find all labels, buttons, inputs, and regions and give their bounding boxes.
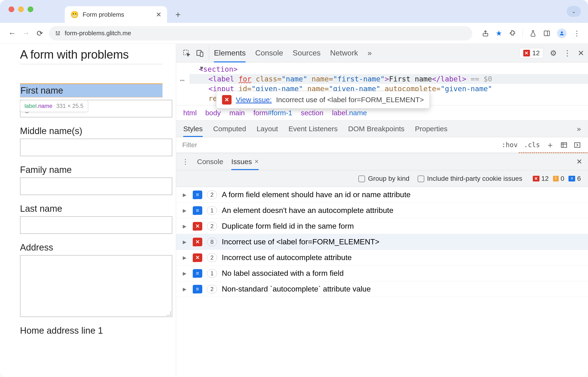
crumb-section[interactable]: section: [301, 109, 323, 117]
issue-row[interactable]: ▶≡1No label associated with a form field: [176, 266, 588, 281]
issue-row[interactable]: ▶≡1An element doesn't have an autocomple…: [176, 203, 588, 218]
extensions-icon[interactable]: [509, 30, 516, 37]
severity-icon: ≡: [193, 190, 202, 199]
cls-toggle[interactable]: .cls: [524, 141, 540, 149]
subtab-properties[interactable]: Properties: [415, 125, 448, 133]
devtools-close-icon[interactable]: ✕: [578, 48, 584, 58]
svg-point-7: [561, 31, 563, 33]
textarea-address[interactable]: [20, 255, 172, 317]
tab-title: Form problems: [83, 11, 152, 18]
browser-menu-icon[interactable]: ⋮: [573, 29, 580, 37]
site-info-icon[interactable]: [55, 30, 61, 36]
issue-row[interactable]: ▶✕8Incorrect use of <label for=FORM_ELEM…: [176, 234, 588, 250]
subtab-dom-breakpoints[interactable]: DOM Breakpoints: [348, 125, 405, 133]
error-icon: ✕: [523, 50, 530, 57]
tab-overflow-button[interactable]: ⌄: [566, 6, 581, 17]
expand-icon[interactable]: ▶: [183, 271, 188, 276]
expand-icon[interactable]: ▶: [183, 208, 188, 213]
subtab-styles[interactable]: Styles: [183, 125, 203, 133]
expand-icon[interactable]: ▶: [183, 192, 188, 198]
crumb-main[interactable]: main: [229, 109, 245, 117]
device-toggle-icon[interactable]: [193, 47, 206, 60]
devtools-tab-console[interactable]: Console: [255, 44, 283, 62]
expand-icon[interactable]: ▶: [183, 239, 188, 245]
issue-count: 8: [207, 238, 217, 246]
subtab-computed[interactable]: Computed: [213, 125, 246, 133]
issue-title: Non-standard `autocomplete` attribute va…: [222, 285, 371, 294]
issue-title: No label associated with a form field: [222, 269, 344, 278]
subtab-event-listeners[interactable]: Event Listeners: [288, 125, 338, 133]
forward-button[interactable]: →: [22, 29, 31, 38]
drawer-close-icon[interactable]: ✕: [576, 157, 582, 166]
devtools-tabs-overflow[interactable]: »: [368, 44, 372, 62]
computed-box-icon[interactable]: [560, 141, 567, 149]
input-middle-name[interactable]: [20, 139, 172, 156]
subtab-layout[interactable]: Layout: [257, 125, 278, 133]
error-count-badge[interactable]: ✕ 12: [520, 48, 543, 58]
drawer-menu-icon[interactable]: ⋮: [182, 157, 189, 166]
drawer-tab-close-icon[interactable]: ✕: [254, 159, 259, 165]
crumb-body[interactable]: body: [205, 109, 221, 117]
devtools-settings-icon[interactable]: ⚙: [550, 48, 557, 58]
issue-title: A form field element should have an id o…: [222, 190, 410, 199]
issue-count: 2: [207, 190, 217, 199]
inherited-divider: [519, 153, 588, 153]
severity-icon: ✕: [193, 253, 202, 262]
devtools-menu-icon[interactable]: ⋮: [564, 48, 571, 58]
maximize-window-button[interactable]: [28, 6, 33, 12]
expand-icon[interactable]: ▶: [183, 286, 188, 292]
issue-row[interactable]: ▶✕2Incorrect use of autocomplete attribu…: [176, 250, 588, 266]
bookmark-star-icon[interactable]: ★: [496, 29, 502, 37]
labs-icon[interactable]: [530, 30, 537, 37]
stat-warning-icon: !: [553, 176, 559, 181]
devtools-tab-elements[interactable]: Elements: [214, 44, 246, 62]
svg-point-1: [58, 31, 59, 32]
issue-row[interactable]: ▶≡2Non-standard `autocomplete` attribute…: [176, 281, 588, 297]
inspect-element-icon[interactable]: [180, 47, 193, 60]
issue-row[interactable]: ▶≡2A form field element should have an i…: [176, 187, 588, 203]
label-family-name: Family name: [20, 165, 162, 175]
profile-avatar[interactable]: [557, 29, 566, 38]
third-party-checkbox[interactable]: Include third-party cookie issues: [418, 175, 522, 182]
input-last-name[interactable]: [20, 216, 172, 234]
crumb-html[interactable]: html: [183, 109, 197, 117]
issue-count: 1: [207, 206, 217, 215]
minimize-window-button[interactable]: [18, 6, 24, 12]
view-issue-link[interactable]: View issue:: [236, 96, 272, 104]
dom-tree[interactable]: ▼ ⋯ <section> <label for class="name" na…: [176, 62, 588, 105]
group-by-kind-checkbox[interactable]: Group by kind: [358, 175, 409, 182]
dom-ellipsis-icon[interactable]: ⋯: [180, 76, 185, 85]
styles-filter-input[interactable]: Filter: [176, 141, 495, 149]
browser-tabstrip: 😬 Form problems ✕ ＋ ⌄: [0, 0, 588, 23]
hov-toggle[interactable]: :hov: [502, 141, 518, 149]
devtools-tab-sources[interactable]: Sources: [293, 44, 320, 62]
issue-stats: ✕12 !0 ≡6: [533, 175, 581, 182]
browser-tab[interactable]: 😬 Form problems ✕: [65, 6, 167, 23]
address-bar[interactable]: form-problems.glitch.me: [49, 26, 472, 40]
reload-button[interactable]: ⟳: [35, 29, 44, 38]
tab-close-icon[interactable]: ✕: [156, 11, 161, 19]
drawer-tab-issues[interactable]: Issues ✕: [231, 158, 259, 166]
subtabs-overflow[interactable]: »: [577, 125, 581, 133]
input-family-name[interactable]: [20, 177, 172, 195]
toggle-sidebar-icon[interactable]: [574, 141, 581, 149]
share-icon[interactable]: [482, 30, 489, 37]
label-middle-name: Middle name(s): [20, 126, 162, 136]
issue-row[interactable]: ▶✕2Duplicate form field id in the same f…: [176, 218, 588, 234]
close-window-button[interactable]: [9, 6, 14, 12]
label-address: Address: [20, 242, 162, 253]
new-tab-button[interactable]: ＋: [171, 7, 185, 22]
stat-info-icon: ≡: [568, 176, 575, 181]
crumb-form[interactable]: form#form-1: [253, 109, 292, 117]
expand-icon[interactable]: ▶: [183, 224, 188, 229]
dom-node-section[interactable]: <section>: [189, 64, 588, 74]
drawer-tab-console[interactable]: Console: [197, 158, 223, 166]
devtools-tab-network[interactable]: Network: [330, 44, 358, 62]
dom-expand-icon[interactable]: ▼: [200, 65, 203, 71]
dom-node-label[interactable]: <label for class="name" name="first-name…: [189, 74, 588, 84]
side-panel-icon[interactable]: [543, 30, 550, 37]
crumb-label[interactable]: label.name: [332, 109, 367, 117]
back-button[interactable]: ←: [8, 29, 17, 38]
new-style-rule-icon[interactable]: ＋: [546, 140, 554, 151]
expand-icon[interactable]: ▶: [183, 255, 188, 260]
